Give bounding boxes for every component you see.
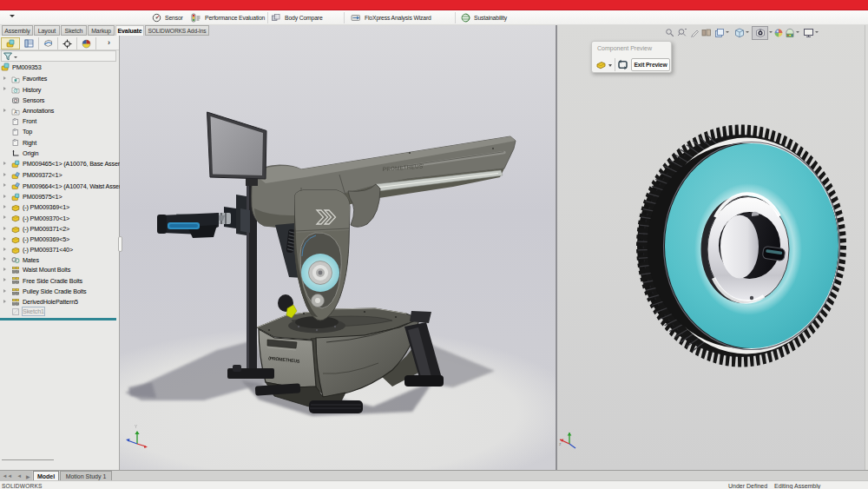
svg-text:A: A — [14, 109, 17, 115]
svg-text:Y: Y — [135, 425, 137, 429]
